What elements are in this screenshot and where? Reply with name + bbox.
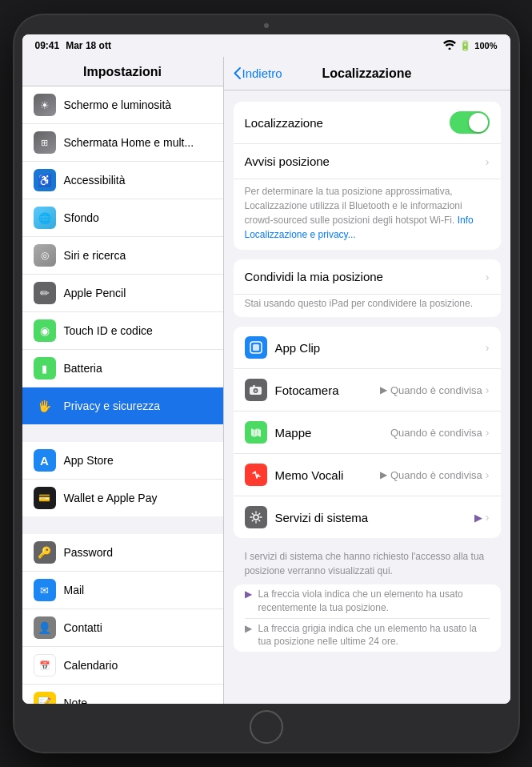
sidebar-gap-1	[22, 424, 223, 442]
sidebar-item-privacy[interactable]: 🖐 Privacy e sicurezza	[22, 388, 223, 424]
appclip-label: App Clip	[275, 341, 486, 355]
fotocamera-value: Quando è condivisa	[390, 384, 482, 396]
localizzazione-row: Localizzazione	[234, 102, 501, 144]
ipad-frame: 09:41 Mar 18 ott 🔋 100% Impostazioni	[14, 15, 518, 752]
status-time: 09:41	[35, 40, 60, 51]
contatti-label: Contatti	[64, 621, 102, 634]
accessibility-icon: ♿	[34, 169, 56, 191]
password-icon: 🔑	[34, 541, 56, 564]
services-text: I servizi di sistema che hanno richiesto…	[234, 548, 501, 584]
main-panel: Indietro Localizzazione Localizzazione A…	[224, 57, 510, 704]
sidebar-item-appstore[interactable]: A App Store	[22, 442, 223, 480]
fotocamera-icon	[245, 379, 267, 401]
sidebar-item-touchid[interactable]: ◉ Touch ID e codice	[22, 312, 223, 350]
sfondo-icon: 🌐	[34, 207, 56, 229]
sidebar-item-siri[interactable]: ◎ Siri e ricerca	[22, 237, 223, 275]
info-text: Per determinare la tua posizione appross…	[245, 184, 490, 242]
memovocali-chevron: ›	[486, 468, 490, 481]
info-text-main: Per determinare la tua posizione appross…	[245, 186, 462, 226]
mail-label: Mail	[64, 584, 85, 596]
battery-percent: 100%	[474, 41, 497, 50]
memovocali-icon	[245, 464, 267, 486]
battery-sidebar-icon: ▮	[34, 357, 56, 379]
appclip-chevron: ›	[486, 341, 490, 354]
fotocamera-arrow: ▶	[380, 384, 387, 396]
privacy-label: Privacy e sicurezza	[64, 400, 161, 412]
touchid-label: Touch ID e codice	[64, 324, 153, 337]
mappe-row[interactable]: Mappe Quando è condivisa ›	[234, 412, 501, 454]
content-area: Impostazioni ☀ Schermo e luminosità ⊞ Sc…	[22, 57, 510, 704]
sidebar-item-schermo[interactable]: ☀ Schermo e luminosità	[22, 86, 223, 124]
memovocali-value: Quando è condivisa	[390, 469, 482, 481]
memovocali-label: Memo Vocali	[275, 468, 380, 482]
servizi-chevron: ›	[486, 511, 490, 524]
localizzazione-label: Localizzazione	[245, 116, 450, 130]
schermo-icon: ☀	[34, 94, 56, 116]
sidebar-item-calendario[interactable]: 📅 Calendario	[22, 647, 223, 685]
mappe-value: Quando è condivisa	[390, 427, 482, 439]
contatti-icon: 👤	[34, 616, 56, 639]
sfondo-label: Sfondo	[64, 211, 99, 224]
avvisi-chevron: ›	[486, 155, 490, 168]
condividi-subtext: Stai usando questo iPad per condividere …	[245, 298, 490, 309]
calendario-label: Calendario	[64, 659, 118, 672]
avvisi-label: Avvisi posizione	[245, 155, 486, 168]
wallet-icon: 💳	[34, 487, 56, 509]
fotocamera-chevron: ›	[486, 384, 490, 396]
legend-card: ▶ La freccia viola indica che un element…	[234, 584, 501, 652]
siri-label: Siri e ricerca	[64, 249, 126, 262]
legend-purple-row: ▶ La freccia viola indica che un element…	[234, 584, 501, 618]
appclip-icon	[245, 336, 267, 359]
legend-gray-row: ▶ La freccia grigia indica che un elemen…	[234, 619, 501, 653]
condividi-row[interactable]: Condividi la mia posizione ›	[234, 259, 501, 295]
nav-bar: Indietro Localizzazione	[224, 57, 510, 90]
pencil-icon: ✏	[34, 282, 56, 304]
back-label: Indietro	[242, 66, 282, 80]
back-button[interactable]: Indietro	[234, 66, 282, 80]
appstore-icon: A	[34, 449, 56, 472]
sidebar-item-accessibility[interactable]: ♿ Accessibilità	[22, 162, 223, 199]
calendario-icon: 📅	[34, 654, 56, 677]
sidebar-item-mail[interactable]: ✉ Mail	[22, 572, 223, 609]
servizi-row[interactable]: Servizi di sistema ▶ ›	[234, 496, 501, 538]
svg-point-0	[449, 48, 451, 50]
legend-purple-text: La freccia viola indica che un elemento …	[258, 588, 490, 615]
panel-content: Localizzazione Avvisi posizione › Per de…	[224, 90, 510, 704]
legend-purple-icon: ▶	[245, 588, 252, 600]
servizi-icon	[245, 506, 267, 528]
sidebar-title: Impostazioni	[22, 57, 223, 86]
sidebar-item-password[interactable]: 🔑 Password	[22, 534, 223, 572]
schermo-label: Schermo e luminosità	[64, 98, 172, 111]
home-button[interactable]	[250, 710, 283, 744]
svg-rect-6	[253, 385, 255, 387]
sidebar-item-pencil[interactable]: ✏ Apple Pencil	[22, 275, 223, 312]
mappe-chevron: ›	[486, 426, 490, 439]
note-label: Note	[64, 697, 88, 704]
sidebar-top-section: ☀ Schermo e luminosità ⊞ Schermata Home …	[22, 86, 223, 424]
legend-gray-icon: ▶	[245, 623, 252, 634]
home-icon: ⊞	[34, 131, 56, 154]
pencil-label: Apple Pencil	[64, 287, 126, 299]
condividi-label: Condividi la mia posizione	[245, 270, 486, 283]
ipad-screen: 09:41 Mar 18 ott 🔋 100% Impostazioni	[22, 34, 510, 704]
nav-title: Localizzazione	[322, 66, 411, 81]
memovocali-row[interactable]: Memo Vocali ▶ Quando è condivisa ›	[234, 454, 501, 496]
sidebar-item-note[interactable]: 📝 Note	[22, 685, 223, 704]
wallet-label: Wallet e Apple Pay	[64, 492, 158, 504]
memovocali-arrow: ▶	[380, 469, 387, 480]
sidebar-item-home[interactable]: ⊞ Schermata Home e mult...	[22, 124, 223, 162]
legend-gray-text: La freccia grigia indica che un elemento…	[258, 622, 490, 649]
sidebar-item-battery[interactable]: ▮ Batteria	[22, 350, 223, 388]
fotocamera-row[interactable]: Fotocamera ▶ Quando è condivisa ›	[234, 369, 501, 412]
localizzazione-toggle[interactable]	[450, 111, 490, 134]
siri-icon: ◎	[34, 244, 56, 267]
svg-point-5	[254, 390, 257, 392]
appclip-row[interactable]: App Clip ›	[234, 327, 501, 369]
servizi-purple-arrow: ▶	[474, 512, 482, 524]
avvisi-row[interactable]: Avvisi posizione ›	[234, 144, 501, 179]
sidebar-apps2-section: 🔑 Password ✉ Mail 👤 Contatti 📅 Calendari…	[22, 534, 223, 704]
sidebar-item-sfondo[interactable]: 🌐 Sfondo	[22, 199, 223, 237]
accessibility-label: Accessibilità	[64, 174, 126, 187]
sidebar-item-wallet[interactable]: 💳 Wallet e Apple Pay	[22, 480, 223, 516]
sidebar-item-contatti[interactable]: 👤 Contatti	[22, 609, 223, 647]
